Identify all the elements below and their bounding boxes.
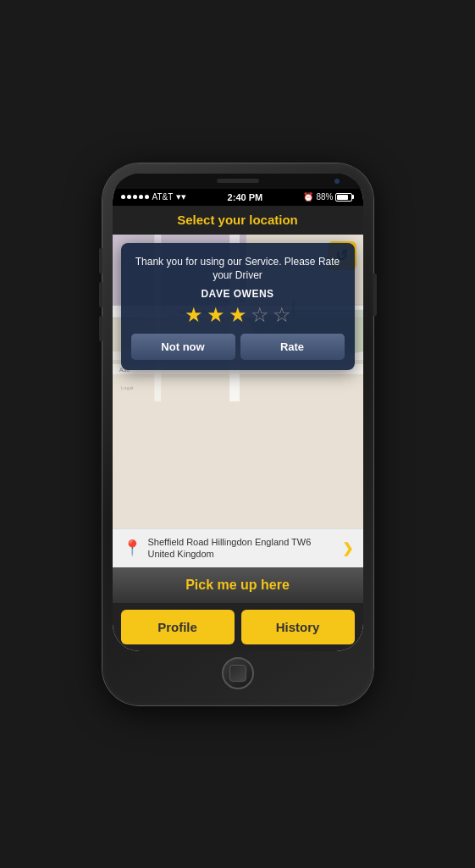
signal-dot-2 <box>127 195 131 199</box>
location-text: Sheffield Road Hillingdon England TW6 Un… <box>148 536 335 561</box>
address-line2: United Kingdom <box>148 548 335 560</box>
pickup-button-label[interactable]: Pick me up here <box>185 578 290 592</box>
status-bar: AT&T ▾▾ 2:40 PM ⏰ 88% <box>113 189 363 206</box>
not-now-button[interactable]: Not now <box>131 334 235 360</box>
wifi-icon: ▾▾ <box>176 191 186 202</box>
phone-screen: AT&T ▾▾ 2:40 PM ⏰ 88% Select <box>113 174 363 651</box>
modal-message: Thank you for using our Service. Please … <box>131 255 345 284</box>
signal-dot-1 <box>121 195 125 199</box>
phone-top-bar <box>113 174 363 189</box>
status-left: AT&T ▾▾ <box>121 191 187 202</box>
profile-button[interactable]: Profile <box>121 610 235 644</box>
location-pin-icon: 📍 <box>123 539 141 557</box>
phone-camera <box>334 179 340 184</box>
modal-buttons: Not now Rate <box>131 334 345 360</box>
star-2[interactable]: ★ <box>207 305 225 325</box>
phone-speaker <box>217 179 259 183</box>
history-button[interactable]: History <box>241 610 355 644</box>
bottom-buttons: Profile History <box>113 603 363 651</box>
status-right: ⏰ 88% <box>303 192 354 202</box>
star-4[interactable]: ☆ <box>251 305 269 325</box>
modal-driver-name: DAVE OWENS <box>131 288 345 300</box>
svg-text:Legal: Legal <box>120 384 132 390</box>
star-3[interactable]: ★ <box>229 305 247 325</box>
star-1[interactable]: ★ <box>185 305 203 325</box>
battery-icon <box>335 193 354 202</box>
time-display: 2:40 PM <box>228 192 263 202</box>
carrier-label: AT&T <box>152 192 174 202</box>
signal-dot-3 <box>133 195 137 199</box>
rate-button[interactable]: Rate <box>240 334 345 360</box>
star-5[interactable]: ☆ <box>273 305 291 325</box>
location-bar[interactable]: 📍 Sheffield Road Hillingdon England TW6 … <box>113 528 363 567</box>
pickup-button[interactable]: Pick me up here <box>113 567 363 603</box>
signal-dots <box>121 195 149 199</box>
app-header: Select your location <box>113 206 363 235</box>
home-button-inner <box>229 665 246 682</box>
phone-device: AT&T ▾▾ 2:40 PM ⏰ 88% Select <box>102 163 373 705</box>
battery-percent: 88% <box>316 192 333 202</box>
rating-modal: Thank you for using our Service. Please … <box>121 243 355 371</box>
app-title: Select your location <box>177 213 298 227</box>
signal-dot-5 <box>145 195 149 199</box>
location-arrow-icon: ❯ <box>342 540 353 556</box>
alarm-icon: ⏰ <box>303 192 313 202</box>
address-line1: Sheffield Road Hillingdon England TW6 <box>148 536 335 548</box>
home-button-area <box>222 651 254 695</box>
stars-row[interactable]: ★ ★ ★ ☆ ☆ <box>131 305 345 325</box>
app-screen: AT&T ▾▾ 2:40 PM ⏰ 88% Select <box>113 189 363 651</box>
home-button[interactable] <box>222 657 254 689</box>
map-container[interactable]: A4 Bath Rd A30 Legal Green <box>113 235 363 528</box>
signal-dot-4 <box>139 195 143 199</box>
